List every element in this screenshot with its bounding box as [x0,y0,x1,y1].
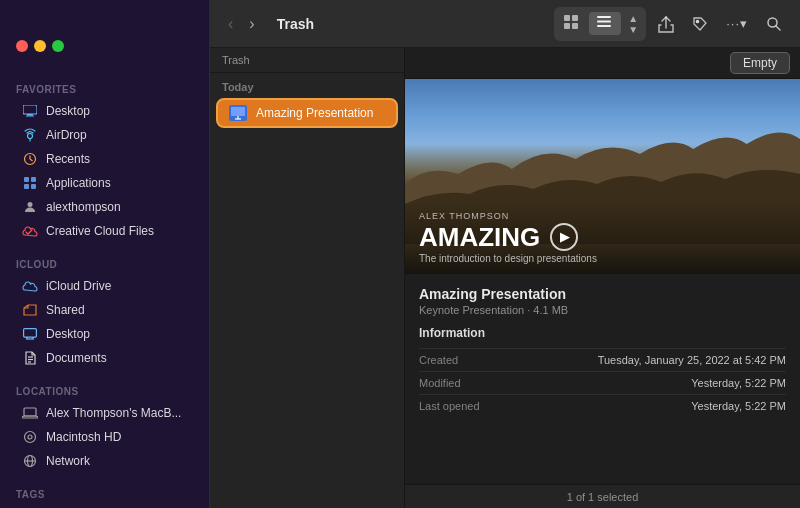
recents-icon [22,151,38,167]
play-button[interactable]: ▶ [550,223,578,251]
toolbar: ‹ › Trash [210,0,800,48]
sort-button[interactable]: ▲▼ [622,9,644,39]
sidebar-item-applications[interactable]: Applications [6,171,203,195]
svg-rect-27 [572,23,578,29]
sidebar-item-icloud-drive-label: iCloud Drive [46,279,111,293]
close-button[interactable] [16,40,28,52]
minimize-button[interactable] [34,40,46,52]
icon-view-button[interactable] [556,12,588,35]
info-val-created: Tuesday, January 25, 2022 at 5:42 PM [598,354,786,366]
sidebar-item-airdrop[interactable]: AirDrop [6,123,203,147]
favorites-section-label: Favorites [0,74,209,99]
network-icon [22,453,38,469]
svg-point-10 [28,202,33,207]
sidebar-item-desktop-label: Desktop [46,104,90,118]
empty-trash-button[interactable]: Empty [730,52,790,74]
sidebar-item-macintosh-hd[interactable]: Macintosh HD [6,425,203,449]
sidebar-item-network[interactable]: Network [6,449,203,473]
view-toggle: ▲▼ [554,7,646,41]
sidebar-item-macbook[interactable]: Alex Thompson's MacB... [6,401,203,425]
preview-subtitle: The introduction to design presentations [419,253,786,264]
info-row-modified: Modified Yesterday, 5:22 PM [419,371,786,394]
sidebar-item-creative-cloud[interactable]: Creative Cloud Files [6,219,203,243]
sidebar-item-creative-cloud-label: Creative Cloud Files [46,224,154,238]
svg-line-34 [776,26,780,30]
svg-point-32 [696,20,698,22]
sidebar-item-desktop[interactable]: Desktop [6,99,203,123]
sidebar: Favorites Desktop AirDrop [0,0,210,508]
empty-button-bar: Empty [405,48,800,79]
file-item-amazing-presentation[interactable]: Amazing Presentation [216,98,398,128]
svg-rect-9 [31,184,36,189]
sidebar-item-user-label: alexthompson [46,200,121,214]
preview-panel: Empty Alex Thompson AMAZING ▶ [405,48,800,508]
content-area: Trash Today Amazing Presentation Emp [210,48,800,508]
user-icon [22,199,38,215]
toolbar-nav: ‹ › [222,11,261,37]
applications-icon [22,175,38,191]
svg-point-3 [28,134,33,139]
creative-cloud-icon [22,223,38,239]
sidebar-item-documents-label: Documents [46,351,107,365]
info-key-last-opened: Last opened [419,400,480,412]
svg-rect-6 [24,177,29,182]
airdrop-icon [22,127,38,143]
forward-button[interactable]: › [243,11,260,37]
sidebar-item-network-label: Network [46,454,90,468]
back-button[interactable]: ‹ [222,11,239,37]
sidebar-item-macintosh-hd-label: Macintosh HD [46,430,121,444]
preview-file-type: Keynote Presentation · 4.1 MB [419,304,786,316]
sidebar-item-shared-label: Shared [46,303,85,317]
share-button[interactable] [652,11,680,37]
macbook-icon [22,405,38,421]
traffic-lights [0,40,203,52]
preview-file-title: Amazing Presentation [419,286,786,302]
status-bar: 1 of 1 selected [405,484,800,508]
tag-button[interactable] [686,12,714,36]
desktop-icon [22,103,38,119]
tags-section-label: Tags [0,479,209,504]
preview-info-section-title: Information [419,326,786,340]
svg-rect-24 [564,15,570,21]
preview-overlay: Alex Thompson AMAZING ▶ The introduction… [405,201,800,274]
maximize-button[interactable] [52,40,64,52]
svg-rect-11 [24,329,37,338]
svg-rect-18 [24,408,36,416]
svg-point-20 [28,435,32,439]
file-list-header: Trash [210,48,404,73]
sidebar-item-documents[interactable]: Documents [6,346,203,370]
info-key-created: Created [419,354,458,366]
file-section-today: Today [210,73,404,97]
main-window: ‹ › Trash [210,0,800,508]
action-button[interactable]: ···▾ [720,12,754,35]
svg-rect-0 [23,105,37,114]
status-text: 1 of 1 selected [567,491,639,503]
search-button[interactable] [760,12,788,36]
svg-rect-28 [597,16,611,18]
svg-rect-2 [26,116,34,117]
sidebar-item-user[interactable]: alexthompson [6,195,203,219]
preview-author: Alex Thompson [419,211,786,221]
svg-rect-25 [572,15,578,21]
info-val-modified: Yesterday, 5:22 PM [691,377,786,389]
icloud-section-label: iCloud [0,249,209,274]
sidebar-item-macbook-label: Alex Thompson's MacB... [46,406,181,420]
preview-image: Alex Thompson AMAZING ▶ The introduction… [405,79,800,274]
sidebar-item-recents[interactable]: Recents [6,147,203,171]
info-key-modified: Modified [419,377,461,389]
info-val-last-opened: Yesterday, 5:22 PM [691,400,786,412]
sidebar-item-desktop-icloud[interactable]: Desktop [6,322,203,346]
shared-icon [22,302,38,318]
desktop-icloud-icon [22,326,38,342]
sidebar-item-shared[interactable]: Shared [6,298,203,322]
svg-rect-37 [231,107,245,116]
preview-title: AMAZING ▶ [419,223,786,251]
info-row-last-opened: Last opened Yesterday, 5:22 PM [419,394,786,417]
file-item-name-amazing-presentation: Amazing Presentation [256,106,373,120]
locations-section-label: Locations [0,376,209,401]
info-row-created: Created Tuesday, January 25, 2022 at 5:4… [419,348,786,371]
list-view-button[interactable] [589,12,621,35]
sidebar-item-icloud-drive[interactable]: iCloud Drive [6,274,203,298]
sidebar-item-applications-label: Applications [46,176,111,190]
icloud-drive-icon [22,278,38,294]
